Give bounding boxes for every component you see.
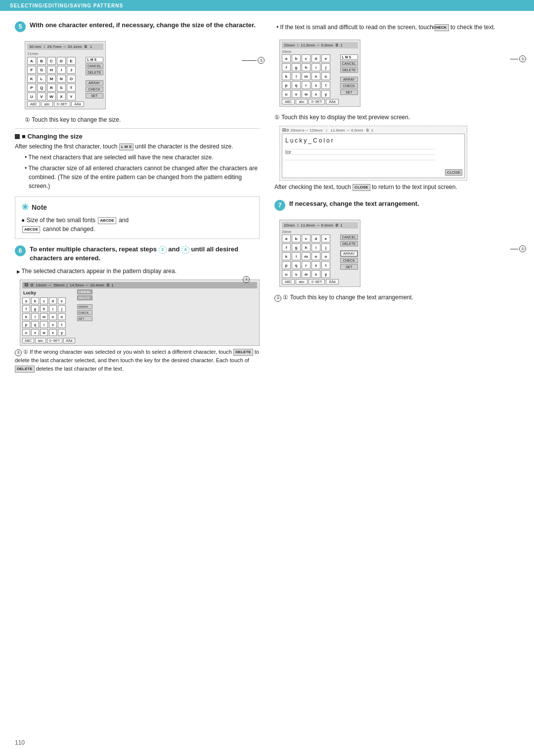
kb7-a[interactable]: a [282, 235, 291, 242]
key-J[interactable]: J [67, 66, 76, 74]
kb7-m[interactable]: m [302, 252, 311, 260]
key-A[interactable]: A [27, 57, 36, 65]
kb6-num[interactable]: 0~98?! [47, 338, 63, 343]
lkey-j[interactable]: j [58, 305, 66, 312]
kb7-b[interactable]: b [292, 235, 301, 242]
kb5-array-btn[interactable]: ARRAY [86, 80, 103, 86]
kb7-s[interactable]: s [312, 261, 320, 269]
kb6-set[interactable]: SET [77, 316, 92, 321]
kbrt-m[interactable]: m [302, 72, 311, 80]
lkey-a[interactable]: a [22, 297, 30, 304]
lkey-p[interactable]: p [22, 321, 30, 328]
kbrt-a[interactable]: a [282, 54, 291, 62]
kbrt-x[interactable]: x [312, 90, 320, 98]
key-W[interactable]: W [47, 93, 56, 100]
key-G[interactable]: G [37, 66, 46, 74]
kb5-num-btn[interactable]: 0~98?! [54, 101, 71, 107]
kb6-abc-lower[interactable]: abc [35, 338, 45, 343]
key-H[interactable]: H [47, 66, 56, 74]
kbrt-u[interactable]: u [282, 90, 291, 98]
kb7-k[interactable]: k [282, 252, 291, 260]
kbrt-w[interactable]: w [302, 90, 311, 98]
key-M[interactable]: M [47, 75, 56, 83]
lkey-y[interactable]: y [58, 329, 66, 336]
kb7-delete[interactable]: DELETE [340, 241, 358, 246]
kbrt-t[interactable]: t [321, 81, 330, 89]
kbrt-h[interactable]: h [302, 63, 311, 71]
kbrt-special[interactable]: ÄÄä [326, 99, 338, 104]
lkey-b[interactable]: b [31, 297, 39, 304]
lkey-c[interactable]: c [40, 297, 48, 304]
kbrt-f[interactable]: f [282, 63, 291, 71]
kbrt-p[interactable]: p [282, 81, 291, 89]
lkey-u[interactable]: u [22, 329, 30, 336]
kb7-t[interactable]: t [321, 261, 330, 269]
key-Q[interactable]: Q [37, 84, 46, 92]
key-T[interactable]: T [67, 84, 76, 92]
kbrt-abc[interactable]: ABC [282, 99, 295, 104]
lkey-q[interactable]: q [31, 321, 39, 328]
delete-inline-btn2[interactable]: DELETE [15, 366, 35, 373]
kb7-check[interactable]: CHECK [340, 258, 358, 263]
kbrt-s[interactable]: s [312, 81, 320, 89]
key-N[interactable]: N [57, 75, 66, 83]
kb5-abc-btn[interactable]: ABC [27, 101, 40, 107]
kb7-i[interactable]: i [312, 243, 320, 251]
kb6-special[interactable]: ÄÄä [63, 338, 75, 343]
kb7-f[interactable]: f [282, 243, 291, 251]
kb7-special[interactable]: ÄÄä [326, 279, 338, 284]
kb6-abc[interactable]: ABC [22, 338, 34, 343]
key-V[interactable]: V [37, 93, 46, 100]
kb7-array[interactable]: ARRAY [340, 250, 358, 257]
kbrt-y[interactable]: y [321, 90, 330, 98]
kb5-check-btn[interactable]: CHECK [86, 87, 103, 92]
kb7-num[interactable]: 0~98?! [309, 279, 325, 284]
kbrt-o[interactable]: o [321, 72, 330, 80]
kb5-abc-lower-btn[interactable]: abc [41, 101, 52, 107]
kb7-x[interactable]: x [312, 270, 320, 278]
kb6-cancel[interactable]: CANCEL [77, 289, 92, 294]
kbrt-j[interactable]: j [321, 63, 330, 71]
lkey-n[interactable]: n [49, 313, 57, 320]
kb7-h[interactable]: h [302, 243, 311, 251]
kbrt-set[interactable]: SET [340, 90, 358, 95]
kbrt-delete[interactable]: DELETE [340, 67, 358, 73]
kbrt-e[interactable]: e [321, 54, 330, 62]
kb5-set-btn[interactable]: SET [86, 93, 103, 98]
kb7-w[interactable]: w [302, 270, 311, 278]
kb6-delete[interactable]: DELETE [77, 295, 92, 300]
kbrt-num[interactable]: 0~98?! [309, 99, 325, 104]
key-B[interactable]: B [37, 57, 46, 65]
lkey-k[interactable]: k [22, 313, 30, 320]
kbrt-abc-lower[interactable]: abc [296, 99, 307, 104]
key-R[interactable]: R [47, 84, 56, 92]
key-X[interactable]: X [57, 93, 66, 100]
kb7-v[interactable]: v [292, 270, 301, 278]
key-F[interactable]: F [27, 66, 36, 74]
key-C[interactable]: C [47, 57, 56, 65]
kbrt-q[interactable]: q [292, 81, 301, 89]
delete-inline-btn1[interactable]: DELETE [233, 349, 253, 356]
lkey-f[interactable]: f [22, 305, 30, 312]
kb7-set[interactable]: SET [340, 264, 358, 270]
key-K[interactable]: K [27, 75, 36, 83]
key-O[interactable]: O [67, 75, 76, 83]
kb7-o[interactable]: o [321, 252, 330, 260]
kbrt-g[interactable]: g [292, 63, 301, 71]
lkey-t[interactable]: t [58, 321, 66, 328]
kb5-delete-btn[interactable]: DELETE [86, 70, 103, 75]
kb5-lms[interactable]: L M S [86, 57, 103, 62]
lkey-o[interactable]: o [58, 313, 66, 320]
kbrt-d[interactable]: d [312, 54, 320, 62]
key-I[interactable]: I [57, 66, 66, 74]
key-P[interactable]: P [27, 84, 36, 92]
kb7-c[interactable]: c [302, 235, 311, 242]
lkey-d[interactable]: d [49, 297, 57, 304]
kbrt-v[interactable]: v [292, 90, 301, 98]
lkey-h[interactable]: h [40, 305, 48, 312]
kb7-cancel[interactable]: CANCEL [340, 235, 358, 240]
kb7-e[interactable]: e [321, 235, 330, 242]
key-D[interactable]: D [57, 57, 66, 65]
key-E[interactable]: E [67, 57, 76, 65]
kbrt-check[interactable]: CHECK [340, 83, 358, 89]
